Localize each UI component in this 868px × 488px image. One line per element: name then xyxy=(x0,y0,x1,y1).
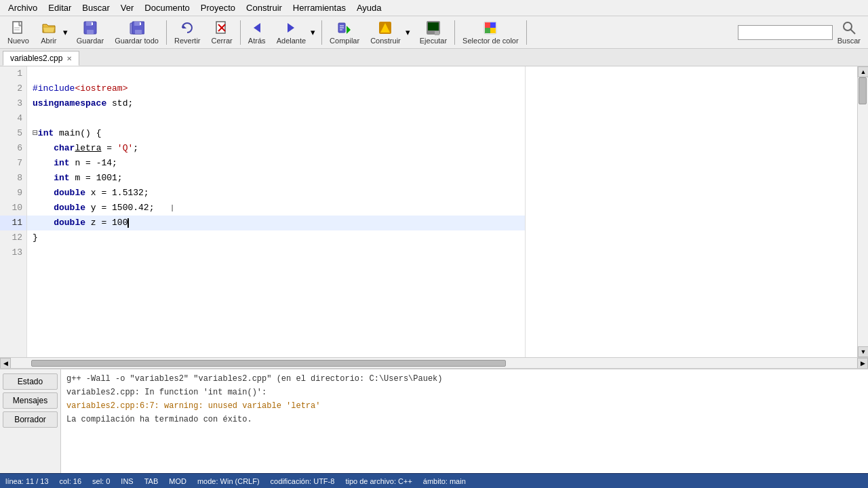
menu-buscar[interactable]: Buscar xyxy=(77,1,115,14)
line-num-12: 12 xyxy=(0,230,26,245)
line-num-7: 7 xyxy=(0,156,26,171)
search-input[interactable] xyxy=(738,25,833,40)
line-num-10: 10 xyxy=(0,201,26,216)
code-line-1 xyxy=(27,66,525,81)
status-mode: mode: Win (CRLF) xyxy=(197,477,260,485)
run-button[interactable]: Ejecutar xyxy=(415,18,452,47)
scroll-thumb-h[interactable] xyxy=(31,360,506,367)
status-mod: MOD xyxy=(169,477,186,485)
horizontal-scrollbar[interactable]: ◀ ▶ xyxy=(0,357,868,368)
revert-button[interactable]: Revertir xyxy=(170,18,205,47)
estado-button[interactable]: Estado xyxy=(3,373,58,390)
tab-bar: variables2.cpp ✕ xyxy=(0,49,868,66)
save-button[interactable]: Guardar xyxy=(72,18,108,47)
scroll-track[interactable] xyxy=(858,77,868,346)
back-button[interactable]: Atrás xyxy=(243,18,271,47)
code-line-7: int n = -14; xyxy=(27,156,525,171)
save-all-button[interactable]: Guardar todo xyxy=(110,18,163,47)
line-num-4: 4 xyxy=(0,111,26,126)
svg-marker-16 xyxy=(254,23,260,33)
line-num-6: 6 xyxy=(0,141,26,156)
output-content: Estado Mensajes Borrador g++ -Wall -o "v… xyxy=(0,369,868,473)
save-label: Guardar xyxy=(77,37,104,45)
tab-close-icon[interactable]: ✕ xyxy=(66,55,72,62)
code-content[interactable]: #include <iostream> using namespace std;… xyxy=(27,66,525,357)
color-selector-label: Selector de color xyxy=(462,37,519,45)
open-icon xyxy=(41,20,56,35)
menu-archivo[interactable]: Archivo xyxy=(3,1,43,14)
svg-rect-26 xyxy=(428,22,439,30)
line-num-8: 8 xyxy=(0,171,26,186)
forward-icon xyxy=(283,20,298,35)
code-line-11: double z = 100 xyxy=(27,216,525,230)
sep2 xyxy=(240,20,241,45)
line-num-11: 11 xyxy=(0,216,26,230)
menu-ayuda[interactable]: Ayuda xyxy=(351,1,387,14)
color-selector-icon xyxy=(483,20,498,35)
svg-rect-6 xyxy=(92,22,93,25)
open-dropdown[interactable]: ▾ xyxy=(62,18,71,47)
status-sel: sel: 0 xyxy=(92,477,110,485)
svg-rect-10 xyxy=(135,30,142,34)
menu-construir[interactable]: Construir xyxy=(241,1,288,14)
h-scroll-track[interactable] xyxy=(11,358,857,369)
borrador-button[interactable]: Borrador xyxy=(3,411,58,428)
compile-button[interactable]: Compilar xyxy=(325,18,364,47)
line-num-1: 1 xyxy=(0,66,26,81)
menu-herramientas[interactable]: Herramientas xyxy=(288,1,351,14)
scroll-down-arrow[interactable]: ▼ xyxy=(858,346,868,357)
svg-marker-12 xyxy=(182,24,186,28)
revert-icon xyxy=(180,20,195,35)
new-button[interactable]: Nuevo xyxy=(3,18,34,47)
line-numbers: 1 2 3 4 5 6 7 8 9 10 11 12 13 xyxy=(0,66,27,357)
open-button[interactable]: Abrir xyxy=(35,18,62,47)
forward-button[interactable]: Adelante xyxy=(272,18,311,47)
tab-variables2[interactable]: variables2.cpp ✕ xyxy=(3,51,79,66)
forward-dropdown[interactable]: ▾ xyxy=(311,18,319,47)
close-file-button[interactable]: Cerrar xyxy=(207,18,237,47)
back-icon xyxy=(250,20,264,35)
svg-rect-4 xyxy=(86,22,92,26)
revert-label: Revertir xyxy=(174,37,201,45)
scroll-right-arrow[interactable]: ▶ xyxy=(857,358,868,369)
status-bar: línea: 11 / 13 col: 16 sel: 0 INS TAB MO… xyxy=(0,473,868,488)
main-area: 1 2 3 4 5 6 7 8 9 10 11 12 13 #include <… xyxy=(0,66,868,368)
status-tab: TAB xyxy=(144,477,159,485)
build-button[interactable]: Construir xyxy=(366,18,406,47)
sep1 xyxy=(166,20,167,45)
run-icon xyxy=(426,20,441,35)
search-icon xyxy=(842,20,856,35)
code-line-2: #include <iostream> xyxy=(27,81,525,96)
vertical-scrollbar[interactable]: ▲ ▼ xyxy=(857,66,868,357)
output-text: g++ -Wall -o "variables2" "variables2.cp… xyxy=(61,369,868,473)
toolbar: Nuevo Abrir ▾ Guardar Guardar todo xyxy=(0,16,868,49)
menu-editar[interactable]: Editar xyxy=(43,1,77,14)
svg-marker-28 xyxy=(435,31,439,35)
code-line-6: char letra = 'Q'; xyxy=(27,141,525,156)
code-line-9: double x = 1.5132; xyxy=(27,186,525,201)
new-label: Nuevo xyxy=(7,37,29,45)
menu-bar: Archivo Editar Buscar Ver Documento Proy… xyxy=(0,0,868,16)
menu-proyecto[interactable]: Proyecto xyxy=(195,1,241,14)
new-icon xyxy=(11,20,26,35)
code-line-10: double y = 1500.42; | xyxy=(27,201,525,216)
menu-ver[interactable]: Ver xyxy=(115,1,140,14)
search-label: Buscar xyxy=(837,37,861,45)
color-selector-button[interactable]: Selector de color xyxy=(458,18,524,47)
menu-documento[interactable]: Documento xyxy=(139,1,195,14)
line-num-9: 9 xyxy=(0,186,26,201)
output-line-4: La compilación ha terminado con éxito. xyxy=(66,413,863,426)
mensajes-button[interactable]: Mensajes xyxy=(3,392,58,409)
build-dropdown[interactable]: ▾ xyxy=(406,18,414,47)
scroll-left-arrow[interactable]: ◀ xyxy=(0,358,11,369)
scroll-up-arrow[interactable]: ▲ xyxy=(858,66,868,77)
sep3 xyxy=(321,20,322,45)
scroll-thumb-v[interactable] xyxy=(859,77,867,104)
output-area: Estado Mensajes Borrador g++ -Wall -o "v… xyxy=(0,368,868,473)
compile-icon xyxy=(337,20,352,35)
svg-marker-22 xyxy=(347,26,351,34)
svg-rect-32 xyxy=(485,28,490,33)
status-line: línea: 11 / 13 xyxy=(5,477,49,485)
output-left: Estado Mensajes Borrador xyxy=(0,369,61,473)
search-button[interactable]: Buscar xyxy=(833,18,865,47)
